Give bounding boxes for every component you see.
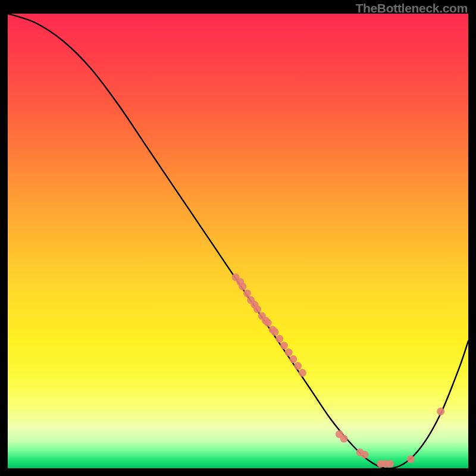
data-point (407, 455, 415, 463)
data-point (239, 283, 246, 290)
data-point (285, 349, 293, 356)
data-point (264, 319, 272, 327)
data-point (271, 328, 278, 336)
chart-svg (8, 14, 468, 468)
data-point (294, 362, 302, 370)
data-point (253, 305, 261, 313)
data-point (437, 408, 444, 415)
data-point (243, 289, 251, 297)
data-point (340, 435, 348, 443)
data-point (299, 369, 306, 377)
attribution-label: TheBottleneck.com (355, 1, 468, 15)
chart-container: TheBottleneck.com (0, 0, 476, 476)
data-point (289, 355, 297, 363)
data-point (280, 342, 288, 349)
data-points (232, 274, 444, 468)
data-point (361, 451, 368, 459)
bottleneck-curve (8, 14, 468, 468)
data-point (386, 460, 394, 468)
data-point (275, 335, 283, 343)
